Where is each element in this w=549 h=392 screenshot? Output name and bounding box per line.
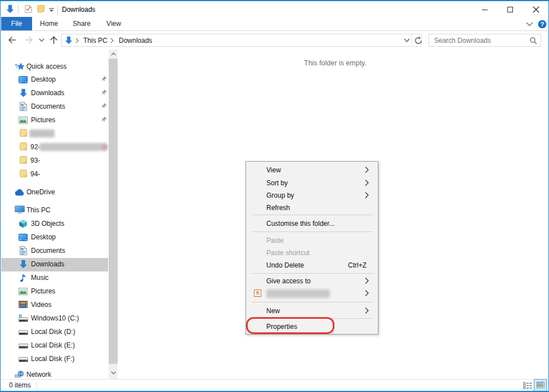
svg-text:?: ? (540, 21, 544, 28)
